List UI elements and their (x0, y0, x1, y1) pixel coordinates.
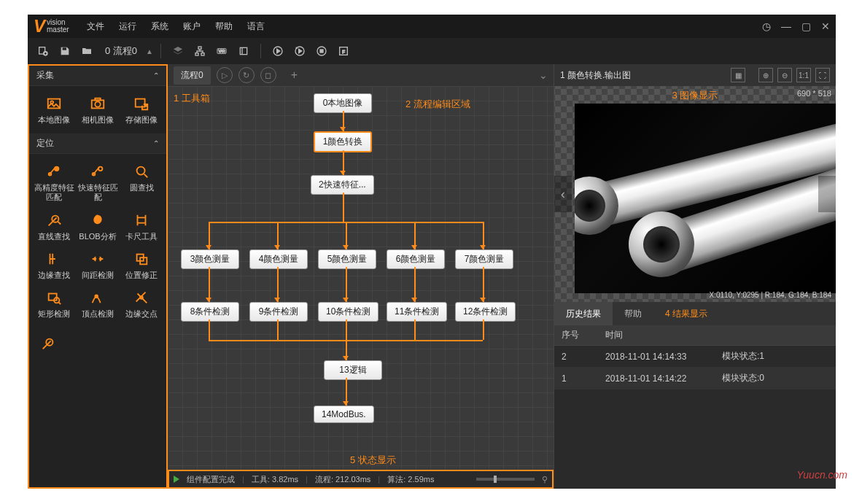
play-once-icon[interactable] (290, 42, 309, 61)
node-12[interactable]: 12条件检测 (455, 302, 516, 322)
zoom-search-icon[interactable]: ⚲ (542, 475, 548, 484)
flow-play-icon[interactable]: ▷ (217, 67, 233, 83)
close-button[interactable]: ✕ (821, 20, 830, 32)
open-icon[interactable] (77, 42, 96, 61)
tool-rect-detect[interactable]: 矩形检测 (32, 286, 76, 322)
tree-icon[interactable] (190, 42, 209, 61)
flow-canvas[interactable]: 1 工具箱 2 流程编辑区域 5 状态显示 0本地图像 1颜色转换 2快速特征.… (168, 86, 554, 470)
chevron-up-icon: ⌃ (153, 139, 159, 147)
image-view[interactable]: 3 图像显示 690 * 518 ‹ › X:0110, Y:0295 | R:… (554, 86, 836, 302)
tool-edge-find[interactable]: 边缘查找 (32, 247, 76, 283)
new-icon[interactable] (34, 42, 53, 61)
maximize-button[interactable]: ▢ (801, 20, 811, 32)
play-icon[interactable] (268, 42, 287, 61)
zoom-in-icon[interactable]: ⊕ (758, 68, 773, 82)
zoom-out-icon[interactable]: ⊖ (777, 68, 792, 82)
zoom-slider[interactable] (476, 478, 535, 481)
menu-run[interactable]: 运行 (119, 20, 136, 33)
save-icon[interactable] (55, 42, 74, 61)
tool-pos-fix[interactable]: 位置修正 (120, 247, 163, 283)
canvas-pane: 流程0 ▷ ↻ ◻ + ⌄ 1 工具箱 2 流程编辑区域 5 状态显示 0本地图… (168, 64, 554, 489)
tool-edge-cross[interactable]: 边缘交点 (120, 286, 163, 322)
svg-rect-3 (198, 47, 201, 49)
tool-vertex[interactable]: 顶点检测 (76, 286, 120, 322)
prev-image-icon[interactable]: ‹ (554, 176, 572, 212)
tool-gap-detect[interactable]: 间距检测 (76, 247, 120, 283)
tool-more-icon[interactable] (39, 335, 57, 352)
panel-locate: 高精度特征匹配 快速特征匹配 圆查找 直线查找 BLOB分析 卡尺工具 边缘查找… (29, 154, 166, 327)
dropdown-icon[interactable]: ▲ (146, 47, 153, 55)
annot-5: 5 状态显示 (350, 454, 396, 467)
node-3[interactable]: 3颜色测量 (181, 249, 239, 269)
flow-stop-icon[interactable]: ◻ (260, 67, 276, 83)
node-11[interactable]: 11条件检测 (387, 302, 447, 322)
svg-text:VAR: VAR (218, 50, 225, 53)
svg-point-18 (95, 101, 100, 106)
annot-4: 4 结果显示 (665, 308, 707, 320)
tool-hp-match[interactable]: 高精度特征匹配 (32, 160, 76, 205)
chevron-up-icon: ⌃ (153, 71, 159, 80)
node-1[interactable]: 1颜色转换 (314, 131, 372, 152)
image-title: 1 颜色转换.输出图 (560, 69, 726, 82)
menu-help[interactable]: 帮助 (215, 20, 233, 33)
status-play-icon[interactable] (174, 476, 179, 483)
table-row[interactable]: 2 2018-11-01 14:14:33 模块状态:1 (554, 346, 836, 368)
tab-help[interactable]: 帮助 (613, 302, 653, 325)
img-grid-icon[interactable]: ▦ (731, 68, 745, 82)
tool-local-image[interactable]: 本地图像 (32, 92, 76, 128)
minimize-button[interactable]: — (781, 20, 791, 32)
svg-rect-30 (49, 293, 57, 300)
node-4[interactable]: 4颜色测量 (249, 249, 308, 269)
tool-save-image[interactable]: 存储图像 (120, 92, 163, 128)
main-menu: 文件 运行 系统 账户 帮助 语言 (87, 20, 265, 33)
menu-file[interactable]: 文件 (87, 20, 104, 33)
fit-icon[interactable]: 1:1 (796, 68, 811, 82)
table-row[interactable]: 1 2018-11-01 14:14:22 模块状态:0 (554, 368, 836, 389)
flow-tab-0[interactable]: 流程0 (174, 66, 211, 85)
status-config: 组件配置完成 (187, 474, 235, 485)
menu-system[interactable]: 系统 (151, 20, 168, 33)
flow-loop-icon[interactable]: ↻ (238, 67, 255, 83)
node-8[interactable]: 8条件检测 (181, 302, 239, 322)
menu-account[interactable]: 账户 (183, 20, 201, 33)
box-icon[interactable] (234, 42, 253, 61)
node-14[interactable]: 14ModBus. (314, 406, 374, 423)
panel-capture-head[interactable]: 采集 ⌃ (29, 66, 166, 86)
var-icon[interactable]: VAR (212, 42, 231, 61)
svg-text:F: F (342, 50, 345, 54)
node-5[interactable]: 5颜色测量 (318, 249, 376, 269)
node-2[interactable]: 2快速特征... (311, 175, 374, 195)
watermark: Yuucn.com (796, 469, 847, 481)
logo-icon: V (34, 16, 45, 36)
tool-caliper[interactable]: 卡尺工具 (120, 209, 163, 244)
node-6[interactable]: 6颜色测量 (387, 249, 445, 269)
clock-icon[interactable]: ◷ (762, 20, 771, 32)
tool-camera-image[interactable]: 相机图像 (76, 92, 120, 128)
toolbar: 0 流程0 ▲ VAR F (28, 38, 836, 64)
tool-fast-match[interactable]: 快速特征匹配 (76, 160, 120, 205)
sidebar: 采集 ⌃ 本地图像 相机图像 存储图像 定位 ⌃ 高精度特征匹配 快速特征匹配 … (28, 64, 168, 489)
panel-locate-head[interactable]: 定位 ⌃ (29, 133, 166, 154)
collapse-icon[interactable]: ⌄ (539, 69, 548, 81)
node-13[interactable]: 13逻辑 (324, 360, 382, 380)
tool-line-find[interactable]: 直线查找 (32, 209, 76, 244)
add-tab-icon[interactable]: + (291, 69, 298, 82)
layers-icon[interactable] (168, 42, 187, 61)
node-0[interactable]: 0本地图像 (314, 93, 372, 113)
tool-circle-find[interactable]: 圆查找 (120, 160, 163, 205)
next-image-icon[interactable]: › (818, 176, 836, 212)
tool-blob[interactable]: BLOB分析 (76, 209, 120, 244)
stop-icon[interactable] (312, 42, 331, 61)
expand-icon[interactable]: ⛶ (815, 68, 830, 82)
fullscreen-icon[interactable]: F (334, 42, 353, 61)
node-9[interactable]: 9条件检测 (249, 302, 308, 322)
node-10[interactable]: 10条件检测 (318, 302, 378, 322)
svg-rect-4 (195, 53, 198, 55)
status-bar: 组件配置完成 | 工具: 3.82ms | 流程: 212.03ms | 算法:… (168, 470, 554, 489)
svg-rect-2 (63, 47, 66, 50)
node-7[interactable]: 7颜色测量 (455, 249, 513, 269)
flow-name[interactable]: 0 流程0 (99, 44, 143, 58)
tab-history[interactable]: 历史结果 (554, 302, 613, 325)
menu-language[interactable]: 语言 (247, 20, 265, 33)
svg-point-33 (140, 296, 143, 299)
